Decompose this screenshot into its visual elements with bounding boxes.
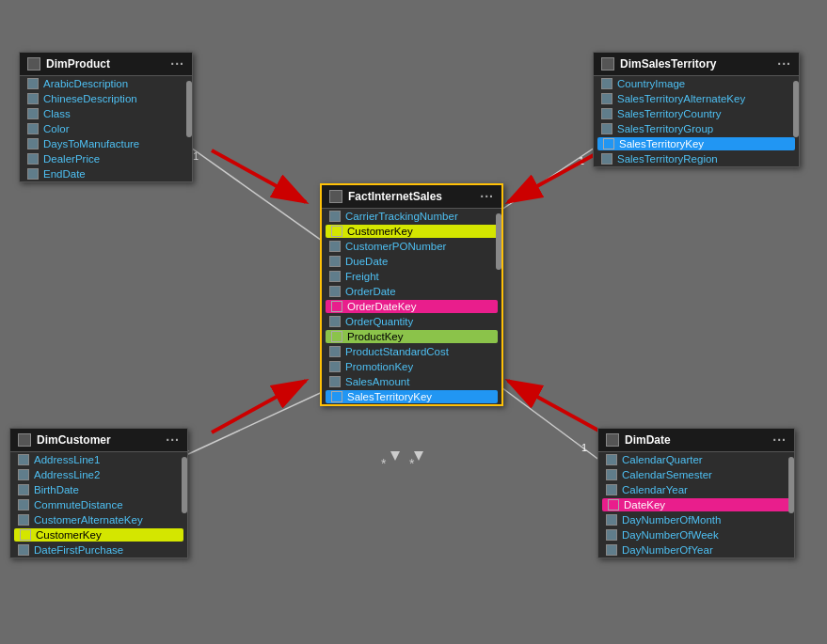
field-icon bbox=[601, 108, 612, 119]
dimcustomer-menu[interactable]: ··· bbox=[166, 432, 180, 448]
field-icon bbox=[331, 226, 342, 237]
field-icon bbox=[606, 484, 617, 495]
field-icon bbox=[27, 93, 39, 104]
field-dateFirstPurchase: DateFirstPurchase bbox=[10, 542, 187, 558]
dimsalesterritory-icon bbox=[601, 57, 614, 71]
scrollbar[interactable] bbox=[496, 213, 501, 270]
svg-line-35 bbox=[508, 381, 602, 432]
field-icon bbox=[331, 391, 342, 402]
field-icon bbox=[606, 514, 617, 526]
field-icon bbox=[329, 256, 341, 267]
field-icon bbox=[18, 514, 29, 526]
svg-text:*: * bbox=[381, 456, 387, 471]
factinternetsales-icon bbox=[329, 190, 342, 203]
dimproduct-title: DimProduct bbox=[46, 57, 110, 71]
dimcustomer-title: DimCustomer bbox=[37, 433, 111, 447]
dimdate-header: DimDate ··· bbox=[598, 429, 794, 452]
field-salesTerritoryRegion: SalesTerritoryRegion bbox=[594, 151, 799, 166]
dimproduct-menu[interactable]: ··· bbox=[170, 56, 184, 71]
field-carrierTrackingNumber: CarrierTrackingNumber bbox=[322, 209, 501, 224]
field-freight: Freight bbox=[322, 269, 501, 284]
dimsalesterritory-menu[interactable]: ··· bbox=[777, 56, 791, 71]
field-color: Color bbox=[20, 121, 192, 136]
field-dayNumberOfYear: DayNumberOfYear bbox=[598, 542, 794, 558]
field-birthDate: BirthDate bbox=[10, 482, 187, 497]
factinternetsales-menu[interactable]: ··· bbox=[480, 189, 494, 204]
field-calendarYear: CalendarYear bbox=[598, 482, 794, 497]
field-class: Class bbox=[20, 106, 192, 121]
dimproduct-table: DimProduct ··· ArabicDescription Chinese… bbox=[19, 52, 193, 182]
field-dealerPrice: DealerPrice bbox=[20, 151, 192, 166]
field-addressLine1: AddressLine1 bbox=[10, 452, 187, 467]
field-icon bbox=[27, 78, 39, 89]
field-dateKey-highlighted: DateKey bbox=[602, 498, 790, 511]
factinternetsales-table: FactInternetSales ··· CarrierTrackingNum… bbox=[320, 183, 503, 406]
factinternetsales-title: FactInternetSales bbox=[348, 190, 442, 203]
field-icon bbox=[603, 138, 614, 149]
field-icon bbox=[329, 271, 341, 282]
dimproduct-header: DimProduct ··· bbox=[20, 53, 192, 76]
scrollbar[interactable] bbox=[182, 457, 187, 513]
field-icon bbox=[606, 529, 617, 541]
svg-line-33 bbox=[212, 381, 306, 432]
field-icon bbox=[601, 123, 612, 134]
field-salesTerritoryAlternateKey: SalesTerritoryAlternateKey bbox=[594, 91, 799, 106]
dimdate-menu[interactable]: ··· bbox=[772, 432, 787, 448]
field-icon bbox=[606, 469, 617, 480]
dimcustomer-header: DimCustomer ··· bbox=[10, 429, 187, 452]
field-endDate: EndDate bbox=[20, 166, 192, 181]
field-customerKey-highlighted: CustomerKey bbox=[326, 225, 498, 238]
scrollbar[interactable] bbox=[788, 457, 794, 513]
field-commuteDistance: CommuteDistance bbox=[10, 497, 187, 512]
dimdate-title: DimDate bbox=[625, 433, 671, 447]
field-calendarQuarter: CalendarQuarter bbox=[598, 452, 794, 467]
field-icon bbox=[331, 331, 342, 342]
svg-text:1: 1 bbox=[579, 155, 584, 166]
dimproduct-icon bbox=[27, 57, 40, 71]
field-orderDate: OrderDate bbox=[322, 284, 501, 299]
dimsalesterritory-table: DimSalesTerritory ··· CountryImage Sales… bbox=[593, 52, 800, 167]
field-icon bbox=[27, 153, 39, 165]
field-addressLine2: AddressLine2 bbox=[10, 467, 187, 482]
factinternetsales-header: FactInternetSales ··· bbox=[322, 185, 501, 209]
dimcustomer-icon bbox=[18, 433, 31, 447]
field-chineseDescription: ChineseDescription bbox=[20, 91, 192, 106]
field-calendarSemester: CalendarSemester bbox=[598, 467, 794, 482]
field-icon bbox=[329, 361, 341, 372]
scrollbar[interactable] bbox=[186, 81, 192, 137]
svg-text:*: * bbox=[409, 456, 415, 471]
field-salesTerritoryCountry: SalesTerritoryCountry bbox=[594, 106, 799, 121]
field-productStandardCost: ProductStandardCost bbox=[322, 344, 501, 359]
svg-text:1: 1 bbox=[581, 442, 587, 453]
dimsalesterritory-header: DimSalesTerritory ··· bbox=[594, 53, 799, 76]
field-icon bbox=[18, 469, 29, 480]
field-icon bbox=[329, 316, 341, 327]
field-productKey-highlighted: ProductKey bbox=[326, 330, 498, 343]
field-promotionKey: PromotionKey bbox=[322, 359, 501, 374]
field-icon bbox=[601, 153, 612, 165]
field-icon bbox=[331, 301, 342, 312]
field-icon bbox=[329, 286, 341, 297]
field-dueDate: DueDate bbox=[322, 254, 501, 269]
field-icon bbox=[608, 499, 619, 510]
field-salesAmount: SalesAmount bbox=[322, 374, 501, 389]
field-dayNumberOfMonth: DayNumberOfMonth bbox=[598, 512, 794, 527]
field-icon bbox=[329, 241, 341, 252]
field-salesTerritoryGroup: SalesTerritoryGroup bbox=[594, 121, 799, 136]
field-icon bbox=[606, 544, 617, 556]
field-icon bbox=[329, 376, 341, 387]
field-orderQuantity: OrderQuantity bbox=[322, 314, 501, 329]
field-icon bbox=[601, 93, 612, 104]
dimsalesterritory-title: DimSalesTerritory bbox=[620, 57, 717, 71]
field-icon bbox=[18, 454, 29, 465]
scrollbar[interactable] bbox=[793, 81, 799, 137]
svg-line-29 bbox=[212, 150, 306, 202]
field-dayNumberOfWeek: DayNumberOfWeek bbox=[598, 527, 794, 542]
field-icon bbox=[27, 108, 39, 119]
field-icon bbox=[329, 211, 341, 222]
svg-marker-23 bbox=[414, 451, 423, 461]
field-icon bbox=[20, 529, 31, 541]
svg-line-31 bbox=[508, 150, 602, 202]
field-icon bbox=[18, 484, 29, 495]
field-icon bbox=[329, 346, 341, 357]
